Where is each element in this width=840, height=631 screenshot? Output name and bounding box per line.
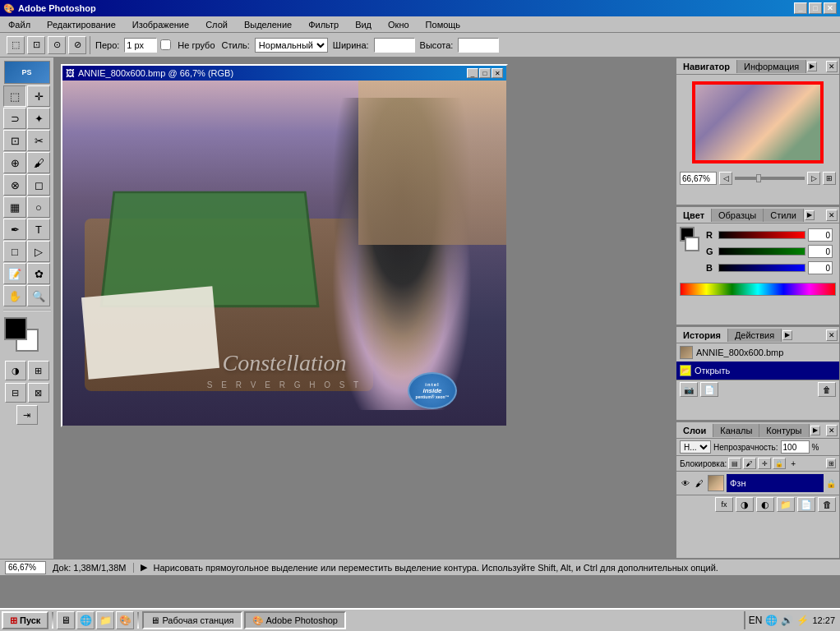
opacity-input[interactable]: [781, 440, 810, 454]
g-input[interactable]: [808, 245, 833, 258]
jump-btn[interactable]: ⇥: [16, 405, 38, 425]
menu-filter[interactable]: Фильтр: [303, 18, 344, 31]
foreground-color-swatch[interactable]: [4, 317, 27, 340]
style-select[interactable]: Нормальный: [255, 38, 328, 53]
eraser-tool[interactable]: ◻: [27, 174, 50, 196]
history-delete-btn[interactable]: 🗑: [818, 382, 836, 397]
lasso-tool[interactable]: ⊃: [3, 108, 26, 129]
taskbar-show-desktop-btn[interactable]: 🖥: [57, 611, 75, 629]
shape-tool[interactable]: □: [3, 241, 26, 262]
gradient-tool[interactable]: ▦: [3, 196, 26, 218]
pencil-input[interactable]: [124, 38, 157, 53]
notes-tool[interactable]: 📝: [3, 263, 26, 284]
doc-minimize-btn[interactable]: _: [467, 68, 478, 78]
history-item-2[interactable]: 📂 Открыть: [676, 362, 839, 380]
actions-tab[interactable]: Действия: [728, 329, 782, 342]
menu-view[interactable]: Вид: [350, 18, 376, 31]
width-input[interactable]: [374, 38, 415, 53]
lock-transparent-btn[interactable]: ▤: [728, 458, 741, 469]
nav-zoom-input[interactable]: [680, 172, 717, 185]
slice-tool[interactable]: ✂: [27, 130, 50, 151]
menu-help[interactable]: Помощь: [421, 18, 466, 31]
taskbar-ie-btn[interactable]: 🌐: [76, 611, 95, 629]
height-input[interactable]: [458, 38, 499, 53]
minimize-button[interactable]: _: [794, 2, 807, 14]
heal-tool[interactable]: ⊕: [3, 152, 26, 173]
color-panel-menu-btn[interactable]: ▶: [805, 210, 815, 220]
toolbar-ellipse-btn[interactable]: ⊙: [48, 36, 66, 54]
nav-expand-btn[interactable]: ⊞: [823, 172, 836, 185]
eyedrop-tool[interactable]: ✿: [27, 263, 50, 284]
bg-swatch[interactable]: [685, 237, 699, 251]
menu-window[interactable]: Окно: [383, 18, 414, 31]
menu-edit[interactable]: Редактирование: [42, 18, 121, 31]
layer-new-btn[interactable]: 📄: [797, 497, 815, 512]
history-new-doc-btn[interactable]: 📄: [700, 382, 718, 397]
layers-tab[interactable]: Слои: [676, 424, 713, 437]
navigator-tab[interactable]: Навигатор: [676, 60, 737, 73]
zoom-tool[interactable]: 🔍: [27, 285, 50, 306]
marquee-tool[interactable]: ⬚: [3, 85, 26, 107]
menu-select[interactable]: Выделение: [239, 18, 297, 31]
select-tool[interactable]: ▷: [27, 241, 50, 262]
doc-close-btn[interactable]: ✕: [492, 68, 503, 78]
toolbar-selection-btn[interactable]: ⬚: [7, 36, 25, 54]
toolbar-lasso-btn[interactable]: ⊘: [68, 36, 86, 54]
close-button[interactable]: ✕: [824, 2, 837, 14]
wand-tool[interactable]: ✦: [27, 108, 50, 129]
crop-tool[interactable]: ⊡: [3, 130, 26, 151]
move-tool[interactable]: ✛: [27, 85, 50, 107]
layer-group-btn[interactable]: 📁: [777, 497, 795, 512]
styles-tab[interactable]: Стили: [764, 209, 804, 222]
lock-paint-btn[interactable]: 🖌: [743, 458, 756, 469]
menu-layer[interactable]: Слой: [201, 18, 233, 31]
b-input[interactable]: [808, 261, 833, 274]
plus-btn[interactable]: +: [791, 459, 796, 468]
layers-panel-menu-btn[interactable]: ▶: [810, 426, 820, 435]
layer-adjustment-btn[interactable]: ◐: [756, 497, 774, 512]
toolbar-rect-btn[interactable]: ⊡: [27, 36, 45, 54]
history-item-1[interactable]: ANNIE_800x600.bmp: [676, 343, 839, 362]
menu-file[interactable]: Файл: [3, 18, 35, 31]
nav-zoom-slider[interactable]: [735, 177, 805, 180]
canvas-area[interactable]: 🖼 ANNIE_800x600.bmp @ 66,7% (RGB) _ □ ✕: [54, 58, 676, 559]
dodge-tool[interactable]: ○: [27, 196, 50, 218]
language-indicator[interactable]: EN: [749, 615, 763, 626]
samples-tab[interactable]: Образцы: [712, 209, 764, 222]
pen-tool[interactable]: ✒: [3, 219, 26, 240]
history-new-snapshot-btn[interactable]: 📷: [680, 382, 698, 397]
layer-visibility-btn[interactable]: 👁: [680, 477, 691, 489]
paths-tab[interactable]: Контуры: [759, 424, 809, 437]
taskbar-paint-btn[interactable]: 🎨: [116, 611, 134, 629]
menu-image[interactable]: Изображение: [127, 18, 194, 31]
info-tab[interactable]: Информация: [737, 60, 806, 73]
text-tool[interactable]: T: [27, 219, 50, 240]
view-btn2[interactable]: ⊠: [28, 383, 49, 403]
spectrum-bar[interactable]: [680, 283, 836, 296]
nav-zoom-in-btn[interactable]: ▷: [807, 172, 820, 185]
status-arrow-btn[interactable]: ▶: [141, 562, 147, 573]
blend-mode-select[interactable]: Н...: [680, 440, 711, 454]
lock-move-btn[interactable]: ✛: [758, 458, 771, 469]
layer-style-btn[interactable]: fx: [715, 497, 733, 512]
fill-btn[interactable]: ⊞: [826, 458, 836, 468]
nav-panel-menu-btn[interactable]: ▶: [807, 62, 817, 71]
lock-all-btn[interactable]: 🔒: [773, 458, 786, 469]
brush-tool[interactable]: 🖌: [27, 152, 50, 173]
clone-tool[interactable]: ⊗: [3, 174, 26, 196]
start-button[interactable]: ⊞ Пуск: [2, 611, 48, 629]
color-panel-close-btn[interactable]: ✕: [826, 210, 838, 221]
color-tab[interactable]: Цвет: [676, 209, 712, 222]
doc-maximize-btn[interactable]: □: [479, 68, 491, 78]
nav-zoom-out-btn[interactable]: ◁: [719, 172, 732, 185]
view-btn1[interactable]: ⊟: [5, 383, 26, 403]
nav-panel-close-btn[interactable]: ✕: [826, 61, 838, 72]
layer-delete-btn[interactable]: 🗑: [818, 497, 836, 512]
history-panel-close-btn[interactable]: ✕: [826, 329, 838, 341]
screen-mode-btn[interactable]: ⊞: [28, 361, 49, 380]
taskbar-photoshop-btn[interactable]: 🎨 Adobe Photoshop: [244, 611, 346, 629]
maximize-button[interactable]: □: [809, 2, 822, 14]
layer-name[interactable]: Фзн: [727, 474, 824, 492]
r-input[interactable]: [808, 228, 833, 242]
layer-mask-btn[interactable]: ◑: [736, 497, 754, 512]
